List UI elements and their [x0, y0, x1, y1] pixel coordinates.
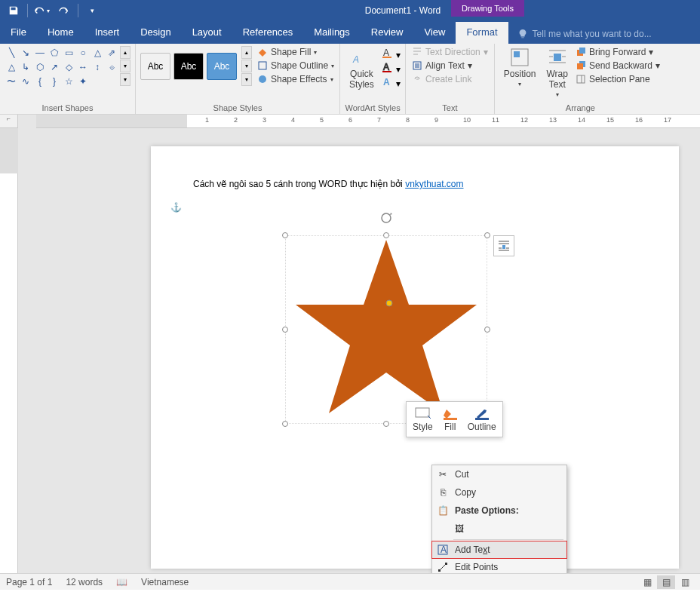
ctx-copy[interactable]: ⎘Copy	[432, 483, 566, 502]
shapes-gallery[interactable]: ╲↘—⬠▭○△⇗ △↳⬡↗◇↔↕⟐ 〜∿{}☆✦	[5, 46, 118, 88]
tab-format[interactable]: Format	[456, 22, 508, 44]
ctx-paste-picture[interactable]: 🖼	[432, 520, 566, 538]
svg-rect-23	[444, 418, 457, 420]
resize-handle-n[interactable]	[383, 232, 389, 238]
text-fill-button[interactable]: A ▾	[382, 48, 401, 60]
status-page[interactable]: Page 1 of 1	[6, 577, 52, 587]
view-print-layout[interactable]: ▤	[657, 575, 675, 589]
vertical-ruler[interactable]	[0, 128, 18, 573]
tab-insert[interactable]: Insert	[84, 22, 130, 44]
svg-rect-6	[382, 71, 391, 72]
quick-access-toolbar: ▾ ▾	[0, 1, 106, 20]
wrap-text-button[interactable]: Wrap Text▾	[542, 46, 573, 100]
align-text-button[interactable]: Align Text ▾	[410, 60, 490, 72]
resize-handle-nw[interactable]	[282, 232, 288, 238]
qat-customize[interactable]: ▾	[81, 1, 103, 20]
svg-rect-4	[382, 57, 391, 58]
title-bar: ▾ ▾ Document1 - Word Drawing Tools	[0, 0, 700, 21]
ctx-add-text[interactable]: AAdd Text	[431, 541, 567, 559]
shape-style-gallery[interactable]: Abc Abc Abc ▴ ▾ ▾	[140, 46, 252, 86]
selection-pane-button[interactable]: Selection Pane	[574, 73, 662, 85]
svg-point-1	[259, 75, 266, 83]
group-wordart-styles: A Quick Styles A ▾ A ▾ A ▾ WordArt Style…	[340, 44, 406, 114]
svg-point-20	[386, 300, 392, 306]
resize-handle-ne[interactable]	[484, 232, 490, 238]
shapes-scroll-down[interactable]: ▾	[120, 60, 130, 72]
paste-picture-icon: 🖼	[453, 523, 465, 535]
tab-references[interactable]: References	[232, 22, 303, 44]
bring-forward-button[interactable]: Bring Forward ▾	[574, 46, 662, 58]
resize-handle-e[interactable]	[484, 327, 490, 333]
tab-home[interactable]: Home	[37, 22, 84, 44]
horizontal-ruler[interactable]: 1234567891011121314151617	[36, 115, 700, 128]
document-link[interactable]: vnkythuat.com	[405, 179, 463, 189]
context-tab-drawing: Drawing Tools	[451, 0, 524, 17]
svg-rect-15	[577, 63, 583, 69]
svg-text:A: A	[441, 544, 447, 555]
svg-rect-24	[475, 418, 489, 420]
text-outline-button[interactable]: A ▾	[382, 62, 401, 75]
shape-selection[interactable]	[285, 235, 487, 424]
status-language[interactable]: Vietnamese	[141, 577, 189, 587]
resize-handle-w[interactable]	[282, 327, 288, 333]
tab-design[interactable]: Design	[130, 22, 181, 44]
layout-options-button[interactable]	[493, 235, 514, 256]
add-text-icon: A	[437, 544, 449, 556]
mini-outline-button[interactable]: Outline	[465, 405, 499, 434]
shapes-more[interactable]: ▾	[120, 73, 130, 86]
tab-review[interactable]: Review	[361, 22, 414, 44]
ctx-edit-points[interactable]: Edit Points	[432, 558, 566, 573]
rotation-handle[interactable]	[379, 211, 393, 227]
group-insert-shapes: ╲↘—⬠▭○△⇗ △↳⬡↗◇↔↕⟐ 〜∿{}☆✦ ▴ ▾ ▾ Insert Sh…	[0, 44, 136, 114]
document-text[interactable]: Cách vẽ ngôi sao 5 cánh trong WORD thực …	[193, 176, 637, 190]
send-backward-button[interactable]: Send Backward ▾	[574, 60, 662, 72]
svg-rect-22	[416, 408, 429, 417]
mini-style-button[interactable]: Style	[410, 405, 436, 434]
save-button[interactable]	[3, 1, 24, 20]
cut-icon: ✂	[437, 468, 449, 480]
svg-rect-28	[445, 563, 447, 565]
resize-handle-s[interactable]	[383, 421, 389, 427]
ctx-cut[interactable]: ✂Cut	[432, 465, 566, 483]
menu-bar: File Home Insert Design Layout Reference…	[0, 21, 700, 44]
redo-button[interactable]	[54, 1, 75, 20]
svg-rect-16	[577, 75, 585, 83]
svg-text:A: A	[383, 48, 389, 58]
status-proofing-icon[interactable]: 📖	[116, 577, 127, 587]
tab-mailings[interactable]: Mailings	[303, 22, 361, 44]
shape-outline-button[interactable]: Shape Outline ▾	[256, 60, 335, 72]
document-area: Cách vẽ ngôi sao 5 cánh trong WORD thực …	[0, 128, 700, 573]
tab-view[interactable]: View	[413, 22, 456, 44]
anchor-icon: ⚓	[170, 202, 182, 213]
text-effects-button[interactable]: A ▾	[382, 76, 401, 89]
view-web-layout[interactable]: ▥	[676, 575, 694, 589]
svg-rect-21	[502, 245, 505, 249]
page[interactable]: Cách vẽ ngôi sao 5 cánh trong WORD thực …	[151, 146, 679, 569]
position-button[interactable]: Position▾	[499, 46, 541, 100]
resize-handle-sw[interactable]	[282, 421, 288, 427]
status-words[interactable]: 12 words	[66, 577, 103, 587]
shapes-scroll-up[interactable]: ▴	[120, 46, 130, 59]
undo-button[interactable]: ▾	[31, 1, 52, 20]
lightbulb-icon	[517, 29, 528, 39]
star-shape[interactable]	[285, 235, 487, 424]
group-arrange: Position▾ Wrap Text▾ Bring Forward ▾ Sen…	[495, 44, 666, 114]
group-text: Text Direction ▾ Align Text ▾ Create Lin…	[406, 44, 495, 114]
view-read-mode[interactable]: ▦	[638, 575, 656, 589]
copy-icon: ⎘	[437, 486, 449, 498]
mini-toolbar: Style Fill Outline	[406, 401, 503, 437]
tab-file[interactable]: File	[0, 22, 37, 44]
tab-layout[interactable]: Layout	[182, 22, 232, 44]
shape-fill-button[interactable]: Shape Fill ▾	[256, 46, 335, 58]
svg-text:A: A	[383, 77, 390, 87]
svg-rect-27	[438, 569, 441, 572]
svg-text:A: A	[383, 62, 389, 72]
shape-effects-button[interactable]: Shape Effects ▾	[256, 73, 335, 85]
context-menu: ✂Cut ⎘Copy 📋Paste Options: 🖼 AAdd Text E…	[431, 465, 567, 573]
mini-fill-button[interactable]: Fill	[439, 405, 462, 434]
tell-me-search[interactable]: Tell me what you want to do...	[517, 29, 652, 44]
svg-rect-10	[514, 51, 520, 57]
paste-icon: 📋	[437, 505, 449, 517]
svg-rect-0	[259, 62, 266, 69]
quick-styles-button[interactable]: A Quick Styles	[345, 46, 379, 91]
